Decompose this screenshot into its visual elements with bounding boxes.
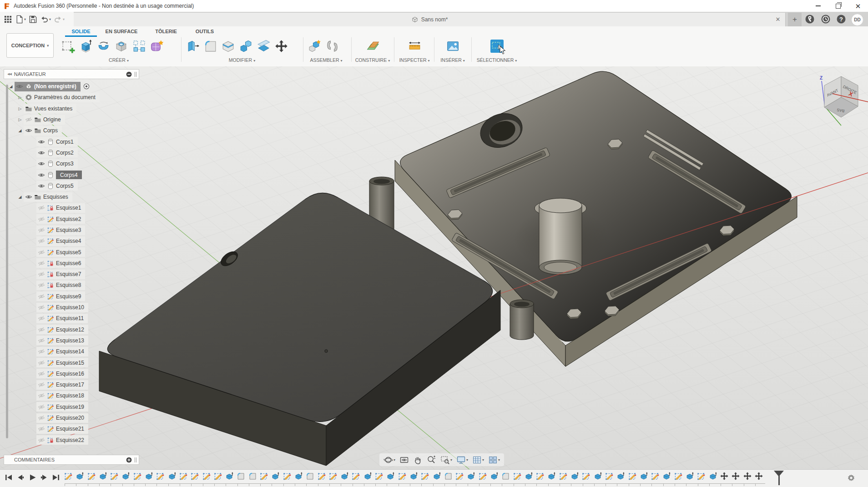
look-at-button[interactable] xyxy=(398,455,410,465)
tab-outils[interactable]: OUTILS xyxy=(192,27,217,35)
tree-item-esquisse18[interactable]: Esquisse18 xyxy=(4,390,140,401)
viewports-button[interactable]: ▾ xyxy=(487,455,501,465)
timeline-feature-extrude-icon[interactable] xyxy=(225,472,234,481)
timeline-feature-extrude-icon[interactable] xyxy=(75,472,84,481)
timeline-feature-sketch-icon[interactable] xyxy=(156,472,165,481)
timeline-feature-extrude-icon[interactable] xyxy=(271,472,280,481)
timeline-feature-sketch-icon[interactable] xyxy=(535,472,545,481)
measure-button[interactable] xyxy=(406,36,424,55)
eye-hidden-icon[interactable] xyxy=(38,370,45,377)
timeline-feature-sketch-icon[interactable] xyxy=(651,472,660,481)
tree-item-body[interactable]: Corps1 xyxy=(36,137,78,146)
combine-button[interactable] xyxy=(237,36,255,55)
eye-visible-icon[interactable] xyxy=(25,127,32,134)
create-sketch-button[interactable] xyxy=(59,36,77,55)
timeline-feature-fillet-icon[interactable] xyxy=(236,472,245,481)
eye-hidden-icon[interactable] xyxy=(38,226,45,234)
activate-radio-icon[interactable] xyxy=(83,83,90,90)
timeline-feature-extrude-icon[interactable] xyxy=(570,472,579,481)
timeline-feature-sketch-icon[interactable] xyxy=(628,472,637,481)
tree-item-body[interactable]: Esquisses xyxy=(24,192,72,202)
avatar[interactable]: DD xyxy=(851,14,863,26)
eye-hidden-icon[interactable] xyxy=(38,425,45,432)
timeline-feature-extrude-icon[interactable] xyxy=(685,472,694,481)
timeline-feature-sketch-icon[interactable] xyxy=(696,472,706,481)
hole-button[interactable] xyxy=(112,36,130,55)
tree-item-body[interactable]: Esquisse6 xyxy=(36,258,85,268)
tree-item-body[interactable]: Esquisse15 xyxy=(36,358,88,367)
timeline-feature-sketch-icon[interactable] xyxy=(674,472,683,481)
timeline-feature-sketch-icon[interactable] xyxy=(559,472,568,481)
tree-item-esquisse9[interactable]: Esquisse9 xyxy=(4,291,140,302)
timeline-feature-move-icon[interactable] xyxy=(743,472,752,481)
timeline-feature-sketch-icon[interactable] xyxy=(190,472,199,481)
grid-settings-button[interactable]: ▾ xyxy=(471,455,485,465)
timeline-feature-sketch-icon[interactable] xyxy=(283,472,292,481)
timeline-feature-sketch-icon[interactable] xyxy=(478,472,487,481)
tree-item-body[interactable]: Esquisse10 xyxy=(36,303,88,312)
eye-hidden-icon[interactable] xyxy=(38,260,45,267)
timeline-feature-extrude-icon[interactable] xyxy=(340,472,349,481)
group-label-assembler[interactable]: ASSEMBLER▾ xyxy=(306,57,347,63)
eye-hidden-icon[interactable] xyxy=(38,392,45,399)
timeline-feature-sketch-icon[interactable] xyxy=(133,472,142,481)
eye-hidden-icon[interactable] xyxy=(38,381,45,388)
expander-icon[interactable]: ▷ xyxy=(16,95,24,100)
extensions-button[interactable] xyxy=(805,14,815,24)
tree-item-body[interactable]: Esquisse22 xyxy=(36,435,88,445)
timeline-feature-sketch-icon[interactable] xyxy=(420,472,429,481)
tree-item-corps[interactable]: ◢Corps xyxy=(4,125,140,136)
timeline-feature-extrude-icon[interactable] xyxy=(639,472,648,481)
timeline-feature-fillet-icon[interactable] xyxy=(501,472,510,481)
timeline-feature-move-icon[interactable] xyxy=(720,472,729,481)
tree-item-esquisse4[interactable]: Esquisse4 xyxy=(4,236,140,246)
group-label-inserer[interactable]: INSÉRER▾ xyxy=(436,57,469,63)
tree-item-body[interactable]: Esquisse13 xyxy=(36,336,88,345)
timeline-feature-extrude-icon[interactable] xyxy=(432,472,441,481)
timeline-feature-extrude-icon[interactable] xyxy=(466,472,475,481)
timeline-feature-extrude-icon[interactable] xyxy=(409,472,418,481)
timeline-feature-extrude-icon[interactable] xyxy=(98,472,107,481)
group-label-construire[interactable]: CONSTRUIRE▾ xyxy=(354,57,391,63)
panel-drag-handle[interactable] xyxy=(135,457,135,462)
eye-visible-icon[interactable] xyxy=(38,138,45,146)
tree-item-body[interactable]: Origine xyxy=(24,115,65,125)
timeline-feature-fillet-icon[interactable] xyxy=(305,472,314,481)
tree-item-body[interactable]: Esquisse21 xyxy=(36,424,88,434)
panel-drag-handle[interactable] xyxy=(135,72,135,77)
tree-item-corps4[interactable]: Corps4 xyxy=(4,169,140,180)
job-status-button[interactable] xyxy=(821,14,831,24)
tree-item-esquisse3[interactable]: Esquisse3 xyxy=(4,225,140,236)
panel-minus-icon[interactable] xyxy=(126,71,132,77)
joint-button[interactable] xyxy=(323,36,341,55)
group-label-selectionner[interactable]: SÉLECTIONNER▾ xyxy=(473,57,520,63)
timeline-feature-sketch-icon[interactable] xyxy=(374,472,384,481)
group-label-inspecter[interactable]: INSPECTER▾ xyxy=(397,57,432,63)
tree-item-body[interactable]: Corps xyxy=(24,126,62,136)
eye-hidden-icon[interactable] xyxy=(38,348,45,355)
minimize-button[interactable] xyxy=(808,0,828,12)
tree-item-origine[interactable]: ▷Origine xyxy=(4,114,140,125)
timeline-feature-sketch-icon[interactable] xyxy=(259,472,268,481)
eye-hidden-icon[interactable] xyxy=(38,403,45,411)
pan-button[interactable] xyxy=(412,455,424,465)
standoff-tube-2[interactable] xyxy=(510,300,534,340)
tree-item-body[interactable]: Esquisse18 xyxy=(36,391,88,401)
timeline-feature-extrude-icon[interactable] xyxy=(524,472,533,481)
timeline-feature-move-icon[interactable] xyxy=(731,472,740,481)
orbit-button[interactable]: ▾ xyxy=(382,455,397,465)
new-tab-button[interactable]: + xyxy=(788,13,802,26)
tree-item-body[interactable]: Esquisse20 xyxy=(36,413,88,423)
pattern-button[interactable] xyxy=(130,36,148,55)
help-button[interactable] xyxy=(836,14,846,24)
timeline-feature-extrude-icon[interactable] xyxy=(144,472,153,481)
tree-item-corps1[interactable]: Corps1 xyxy=(4,136,140,147)
file-menu-button[interactable]: ▾ xyxy=(14,13,27,25)
eye-hidden-icon[interactable] xyxy=(38,249,45,256)
eye-visible-icon[interactable] xyxy=(38,171,45,179)
tree-item-esquisse20[interactable]: Esquisse20 xyxy=(4,412,140,423)
eye-visible-icon[interactable] xyxy=(38,182,45,190)
go-to-end-button[interactable] xyxy=(51,472,61,482)
tree-item-vues-existantes[interactable]: ▷Vues existantes xyxy=(4,103,140,114)
tree-item-param-tres-du-document[interactable]: ▷Paramètres du document xyxy=(4,92,140,103)
